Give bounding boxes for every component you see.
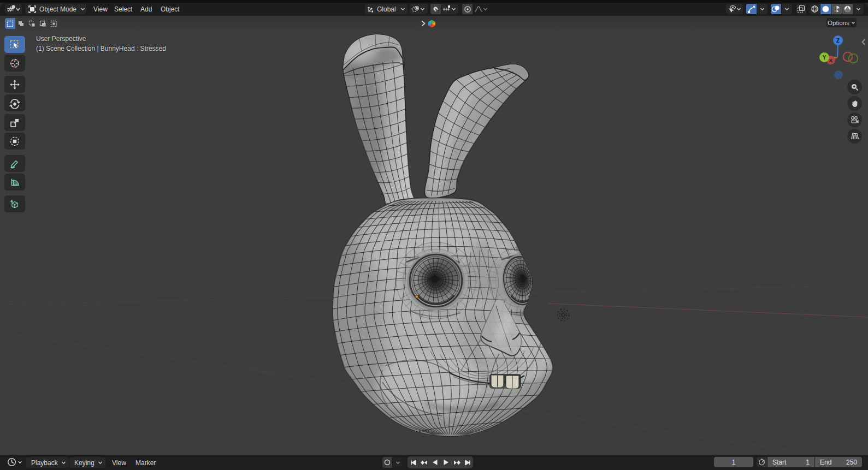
svg-text:Y: Y	[823, 55, 826, 61]
svg-text:X: X	[829, 57, 833, 63]
svg-text:Z: Z	[836, 38, 840, 44]
